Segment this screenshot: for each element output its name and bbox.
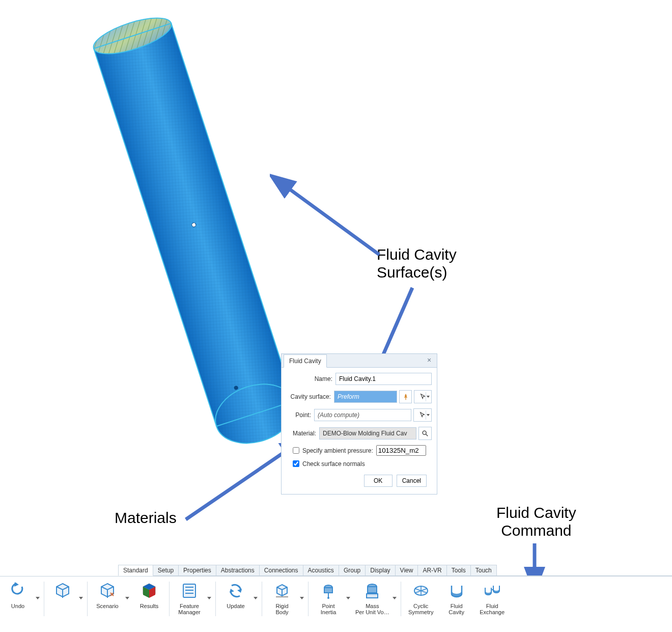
svg-point-28 bbox=[327, 597, 329, 599]
undo-icon bbox=[7, 580, 29, 602]
tab-display[interactable]: Display bbox=[365, 565, 395, 575]
tool-label: Cyclic Symmetry bbox=[408, 603, 434, 615]
rigid-body-button[interactable]: Rigid Body bbox=[264, 576, 306, 621]
fluid-exchange-icon bbox=[481, 580, 503, 602]
close-icon[interactable]: × bbox=[425, 355, 434, 365]
annotation-fluid-cavity-command: Fluid Cavity Command bbox=[496, 504, 576, 539]
tool-label: Point Inertia bbox=[321, 603, 337, 615]
cyclic-symmetry-icon bbox=[410, 580, 432, 602]
chevron-down-icon bbox=[346, 597, 350, 599]
tool-label: Mass Per Unit Vo… bbox=[355, 603, 389, 615]
ok-button[interactable]: OK bbox=[364, 475, 393, 487]
tab-ar-vr[interactable]: AR-VR bbox=[417, 565, 446, 575]
tab-properties[interactable]: Properties bbox=[178, 565, 216, 575]
point-input[interactable] bbox=[314, 409, 411, 421]
ribbon-tabstrip: Standard Setup Properties Abstractions C… bbox=[118, 564, 672, 576]
results-button[interactable]: Results bbox=[131, 576, 167, 621]
update-icon bbox=[225, 580, 247, 602]
chevron-down-icon bbox=[207, 597, 211, 599]
dialog-title: Fluid Cavity bbox=[289, 358, 321, 365]
label-check-surface-normals: Check surface normals bbox=[302, 460, 365, 468]
specify-ambient-pressure-checkbox[interactable] bbox=[293, 447, 299, 454]
svg-rect-8 bbox=[94, 23, 294, 426]
ribbon-toolbar: Undo Scenario bbox=[0, 576, 672, 621]
chevron-down-icon bbox=[79, 597, 83, 599]
svg-rect-2 bbox=[94, 23, 294, 426]
chevron-down-icon bbox=[427, 396, 430, 398]
point-inertia-icon bbox=[317, 580, 340, 602]
tab-standard[interactable]: Standard bbox=[118, 565, 153, 576]
tool-label: Fluid Cavity bbox=[449, 603, 464, 615]
tool-label: Results bbox=[140, 603, 159, 609]
svg-point-7 bbox=[92, 11, 175, 61]
dialog-tab-fluid-cavity[interactable]: Fluid Cavity bbox=[284, 354, 327, 368]
mass-per-unit-button[interactable]: Mass Per Unit Vo… bbox=[352, 576, 399, 621]
label-cavity-surface: Cavity surface: bbox=[287, 393, 334, 400]
chevron-down-icon bbox=[36, 597, 40, 599]
point-inertia-button[interactable]: Point Inertia bbox=[311, 576, 352, 621]
tab-touch[interactable]: Touch bbox=[470, 565, 497, 575]
feature-manager-button[interactable]: Feature Manager bbox=[172, 576, 213, 621]
svg-point-6 bbox=[92, 11, 175, 61]
rigid-body-icon bbox=[271, 580, 293, 602]
svg-line-19 bbox=[426, 434, 428, 436]
label-name: Name: bbox=[287, 375, 335, 382]
svg-line-15 bbox=[186, 448, 290, 519]
select-picker-button[interactable] bbox=[414, 390, 432, 403]
scenario-icon bbox=[96, 580, 119, 602]
tab-tools[interactable]: Tools bbox=[446, 565, 471, 575]
label-specify-ambient-pressure: Specify ambient pressure: bbox=[302, 447, 373, 454]
cyclic-symmetry-button[interactable]: Cyclic Symmetry bbox=[403, 576, 439, 621]
annotation-arrow bbox=[270, 173, 402, 275]
fluid-exchange-button[interactable]: Fluid Exchange bbox=[474, 576, 510, 621]
point-picker-button[interactable] bbox=[413, 408, 432, 422]
results-icon bbox=[138, 580, 160, 602]
fluid-cavity-dialog: Fluid Cavity × Name: Cavity surface: Pre… bbox=[281, 353, 437, 494]
svg-rect-3 bbox=[94, 23, 294, 426]
name-input[interactable] bbox=[335, 373, 432, 385]
tool-label: Undo bbox=[11, 603, 24, 609]
pin-icon[interactable] bbox=[399, 390, 412, 403]
svg-rect-26 bbox=[324, 588, 332, 593]
tab-connections[interactable]: Connections bbox=[259, 565, 303, 575]
material-field[interactable]: DEMO-Blow Molding Fluid Cav bbox=[319, 427, 416, 439]
chevron-down-icon bbox=[393, 597, 397, 599]
mass-per-unit-icon bbox=[361, 580, 383, 602]
tool-label: Update bbox=[227, 603, 244, 609]
tab-acoustics[interactable]: Acoustics bbox=[303, 565, 339, 575]
tool-label: Scenario bbox=[96, 603, 118, 609]
chevron-down-icon bbox=[125, 597, 129, 599]
cube-icon bbox=[51, 580, 74, 602]
search-icon[interactable] bbox=[418, 427, 432, 440]
svg-point-10 bbox=[92, 11, 175, 61]
part-button[interactable] bbox=[46, 576, 85, 621]
svg-point-18 bbox=[423, 431, 426, 434]
chevron-down-icon bbox=[254, 597, 258, 599]
ambient-pressure-input bbox=[376, 445, 426, 456]
tab-setup[interactable]: Setup bbox=[153, 565, 179, 575]
chevron-down-icon bbox=[427, 414, 430, 416]
feature-manager-icon bbox=[178, 580, 201, 602]
svg-rect-30 bbox=[368, 587, 377, 593]
fluid-cavity-icon bbox=[445, 580, 468, 602]
tab-group[interactable]: Group bbox=[339, 565, 366, 575]
svg-line-13 bbox=[285, 186, 379, 255]
label-material: Material: bbox=[287, 430, 319, 437]
tool-label: Rigid Body bbox=[275, 603, 288, 615]
tool-label: Feature Manager bbox=[178, 603, 200, 615]
cavity-surface-field[interactable]: Preform bbox=[334, 391, 397, 403]
ribbon: Standard Setup Properties Abstractions C… bbox=[0, 564, 672, 621]
tab-view[interactable]: View bbox=[395, 565, 418, 575]
svg-rect-31 bbox=[367, 594, 378, 598]
tab-abstractions[interactable]: Abstractions bbox=[216, 565, 260, 575]
fluid-cavity-button[interactable]: Fluid Cavity bbox=[439, 576, 474, 621]
chevron-down-icon bbox=[300, 597, 304, 599]
annotation-materials: Materials bbox=[115, 509, 177, 527]
svg-point-11 bbox=[191, 222, 197, 227]
scenario-button[interactable]: Scenario bbox=[90, 576, 131, 621]
svg-point-12 bbox=[234, 385, 239, 390]
update-button[interactable]: Update bbox=[218, 576, 260, 621]
undo-button[interactable]: Undo bbox=[0, 576, 42, 621]
cancel-button[interactable]: Cancel bbox=[397, 475, 427, 487]
check-surface-normals-checkbox[interactable] bbox=[293, 460, 299, 467]
